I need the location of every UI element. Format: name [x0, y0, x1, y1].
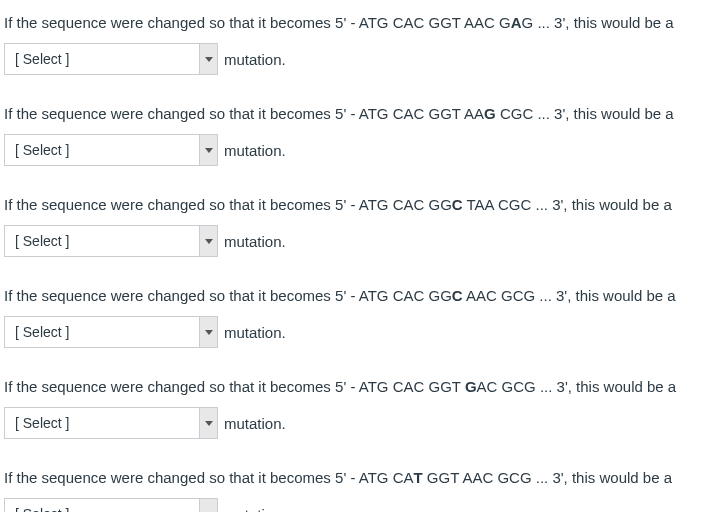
mutation-label: mutation. [224, 142, 286, 159]
sequence-bold: A [511, 14, 522, 31]
answer-row: [ Select ]mutation. [4, 498, 698, 512]
answer-row: [ Select ]mutation. [4, 225, 698, 257]
question-suffix: ... 3', this would be a [536, 378, 676, 395]
question-block: If the sequence were changed so that it … [4, 12, 698, 75]
chevron-down-icon [199, 408, 217, 438]
sequence-part: AC GCG [477, 378, 536, 395]
question-prefix: If the sequence were changed so that it … [4, 14, 359, 31]
chevron-down-icon [199, 135, 217, 165]
sequence-part: ATG CA [359, 469, 414, 486]
question-text: If the sequence were changed so that it … [4, 467, 698, 488]
mutation-select[interactable]: [ Select ] [4, 498, 218, 512]
mutation-select[interactable]: [ Select ] [4, 225, 218, 257]
question-text: If the sequence were changed so that it … [4, 194, 698, 215]
sequence-bold: T [413, 469, 422, 486]
question-text: If the sequence were changed so that it … [4, 12, 698, 33]
question-prefix: If the sequence were changed so that it … [4, 105, 359, 122]
select-placeholder: [ Select ] [15, 324, 69, 340]
question-suffix: ... 3', this would be a [532, 469, 672, 486]
sequence-part: ATG CAC GG [359, 287, 452, 304]
sequence-part: TAA CGC [463, 196, 532, 213]
sequence-bold: C [452, 287, 463, 304]
question-prefix: If the sequence were changed so that it … [4, 196, 359, 213]
sequence-part: GGT AAC GCG [423, 469, 532, 486]
question-text: If the sequence were changed so that it … [4, 285, 698, 306]
select-placeholder: [ Select ] [15, 415, 69, 431]
sequence-part: AAC GCG [463, 287, 536, 304]
chevron-down-icon [199, 317, 217, 347]
mutation-label: mutation. [224, 506, 286, 513]
mutation-label: mutation. [224, 415, 286, 432]
sequence-part: G [522, 14, 534, 31]
sequence-part: ATG CAC GGT AAC G [359, 14, 511, 31]
sequence-part: CGC [496, 105, 534, 122]
question-prefix: If the sequence were changed so that it … [4, 378, 359, 395]
answer-row: [ Select ]mutation. [4, 134, 698, 166]
question-suffix: ... 3', this would be a [535, 287, 675, 304]
question-text: If the sequence were changed so that it … [4, 376, 698, 397]
mutation-select[interactable]: [ Select ] [4, 134, 218, 166]
sequence-part: ATG CAC GG [359, 196, 452, 213]
chevron-down-icon [199, 499, 217, 512]
mutation-label: mutation. [224, 324, 286, 341]
mutation-label: mutation. [224, 51, 286, 68]
mutation-select[interactable]: [ Select ] [4, 43, 218, 75]
answer-row: [ Select ]mutation. [4, 316, 698, 348]
sequence-bold: G [465, 378, 477, 395]
question-suffix: ... 3', this would be a [533, 105, 673, 122]
question-suffix: ... 3', this would be a [533, 14, 673, 31]
question-suffix: ... 3', this would be a [531, 196, 671, 213]
question-prefix: If the sequence were changed so that it … [4, 287, 359, 304]
mutation-select[interactable]: [ Select ] [4, 316, 218, 348]
select-placeholder: [ Select ] [15, 51, 69, 67]
question-text: If the sequence were changed so that it … [4, 103, 698, 124]
mutation-select[interactable]: [ Select ] [4, 407, 218, 439]
select-placeholder: [ Select ] [15, 142, 69, 158]
answer-row: [ Select ]mutation. [4, 407, 698, 439]
question-block: If the sequence were changed so that it … [4, 376, 698, 439]
question-block: If the sequence were changed so that it … [4, 467, 698, 512]
chevron-down-icon [199, 44, 217, 74]
sequence-part: ATG CAC GGT [359, 378, 465, 395]
sequence-bold: G [484, 105, 496, 122]
question-block: If the sequence were changed so that it … [4, 285, 698, 348]
chevron-down-icon [199, 226, 217, 256]
question-prefix: If the sequence were changed so that it … [4, 469, 359, 486]
select-placeholder: [ Select ] [15, 233, 69, 249]
answer-row: [ Select ]mutation. [4, 43, 698, 75]
mutation-label: mutation. [224, 233, 286, 250]
question-block: If the sequence were changed so that it … [4, 103, 698, 166]
select-placeholder: [ Select ] [15, 506, 69, 512]
sequence-bold: C [452, 196, 463, 213]
question-block: If the sequence were changed so that it … [4, 194, 698, 257]
sequence-part: ATG CAC GGT AA [359, 105, 484, 122]
